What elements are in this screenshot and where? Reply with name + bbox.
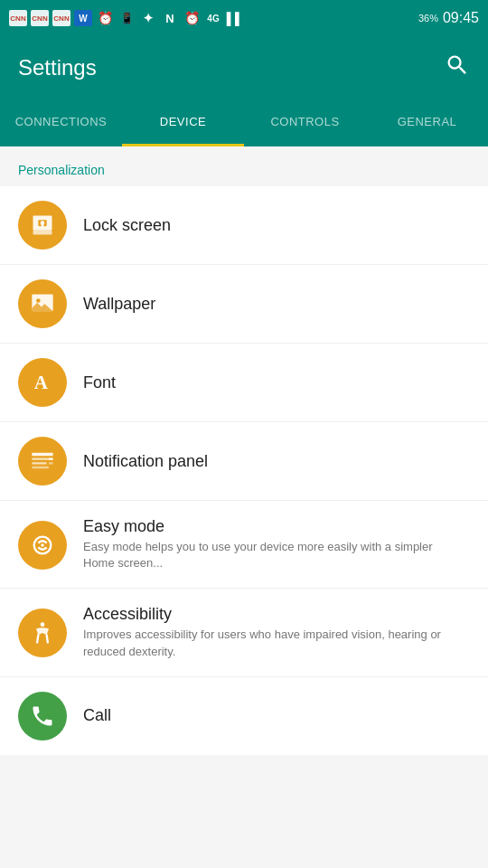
accessibility-text: Accessibility Improves accessibility for…	[83, 605, 445, 659]
status-time: 09:45	[443, 10, 479, 26]
lte-icon: 4G	[204, 10, 222, 26]
list-item-accessibility[interactable]: Accessibility Improves accessibility for…	[0, 589, 488, 676]
svg-point-16	[41, 623, 45, 627]
svg-rect-11	[32, 467, 49, 468]
svg-rect-10	[32, 462, 46, 464]
easy-mode-subtitle: Easy mode helps you to use your device m…	[83, 539, 445, 571]
call-icon-bg	[18, 692, 67, 741]
list-item-easy-mode[interactable]: Easy mode Easy mode helps you to use you…	[0, 501, 488, 589]
status-icons: CNN CNN CNN W ⏰ 📱 ✦ N ⏰ 4G ▌▌	[9, 10, 244, 26]
notification-icon-bg	[18, 437, 67, 486]
app-icon-cnn2: CNN	[31, 10, 49, 26]
tab-general[interactable]: GENERAL	[366, 99, 488, 146]
wallpaper-text: Wallpaper	[83, 295, 155, 314]
easy-mode-icon	[30, 533, 55, 558]
wallpaper-icon-bg	[18, 279, 67, 328]
notification-panel-text: Notification panel	[83, 452, 208, 471]
wallpaper-title: Wallpaper	[83, 295, 155, 314]
svg-rect-8	[32, 453, 52, 457]
svg-text:A: A	[34, 372, 49, 393]
notification-panel-title: Notification panel	[83, 452, 208, 471]
easy-mode-icon-bg	[18, 521, 67, 570]
wallpaper-icon	[30, 291, 55, 316]
call-text: Call	[83, 706, 111, 725]
svg-rect-4	[42, 224, 43, 228]
accessibility-subtitle: Improves accessibility for users who hav…	[83, 627, 445, 659]
list-item-lock-screen[interactable]: Lock screen	[0, 186, 488, 265]
call-icon	[30, 703, 55, 729]
accessibility-icon-bg	[18, 609, 67, 657]
app-icon-cnn3: CNN	[52, 10, 70, 26]
font-icon-bg: A	[18, 358, 67, 407]
search-icon	[445, 52, 470, 78]
font-text: Font	[83, 373, 116, 392]
alarm2-icon: ⏰	[183, 10, 201, 26]
bluetooth-icon: ✦	[139, 10, 157, 26]
list-item-font[interactable]: A Font	[0, 344, 488, 422]
tablet-icon: 📱	[117, 10, 136, 26]
app-header: Settings	[0, 36, 488, 99]
accessibility-icon	[30, 620, 55, 646]
tab-controls[interactable]: CONTROLS	[244, 99, 366, 146]
svg-point-6	[36, 298, 41, 303]
svg-point-15	[41, 543, 44, 547]
easy-mode-text: Easy mode Easy mode helps you to use you…	[83, 517, 445, 571]
status-right: 36% 09:45	[418, 10, 479, 26]
list-item-call[interactable]: Call	[0, 677, 488, 755]
notification-panel-icon	[30, 448, 55, 474]
svg-rect-12	[49, 458, 53, 460]
tab-connections[interactable]: CONNECTIONS	[0, 99, 122, 146]
search-button[interactable]	[445, 52, 470, 84]
section-header: Personalization	[0, 146, 488, 186]
settings-list: Lock screen Wallpaper A	[0, 186, 488, 755]
list-item-notification-panel[interactable]: Notification panel	[0, 422, 488, 501]
font-icon: A	[30, 370, 55, 395]
accessibility-title: Accessibility	[83, 605, 445, 624]
list-item-wallpaper[interactable]: Wallpaper	[0, 265, 488, 344]
call-title: Call	[83, 706, 111, 725]
alarm-icon: ⏰	[96, 10, 114, 26]
lock-screen-icon-bg	[18, 201, 67, 250]
status-bar: CNN CNN CNN W ⏰ 📱 ✦ N ⏰ 4G ▌▌ 36% 09:45	[0, 0, 488, 36]
page-title: Settings	[18, 55, 97, 80]
battery-level: 36%	[418, 13, 438, 24]
svg-rect-1	[33, 231, 52, 235]
signal-icon: ▌▌	[226, 10, 244, 26]
tab-device[interactable]: DEVICE	[122, 99, 244, 146]
tab-bar: CONNECTIONS DEVICE CONTROLS GENERAL	[0, 99, 488, 146]
wifi-icon: N	[161, 10, 179, 26]
easy-mode-title: Easy mode	[83, 517, 445, 536]
lock-screen-title: Lock screen	[83, 216, 171, 235]
app-icon-cnn1: CNN	[9, 10, 27, 26]
lock-screen-icon	[30, 212, 55, 238]
font-title: Font	[83, 373, 116, 392]
content-area: Personalization Lock screen	[0, 146, 488, 868]
lock-screen-text: Lock screen	[83, 216, 171, 235]
app-icon-w: W	[74, 10, 92, 26]
svg-rect-13	[49, 462, 53, 464]
